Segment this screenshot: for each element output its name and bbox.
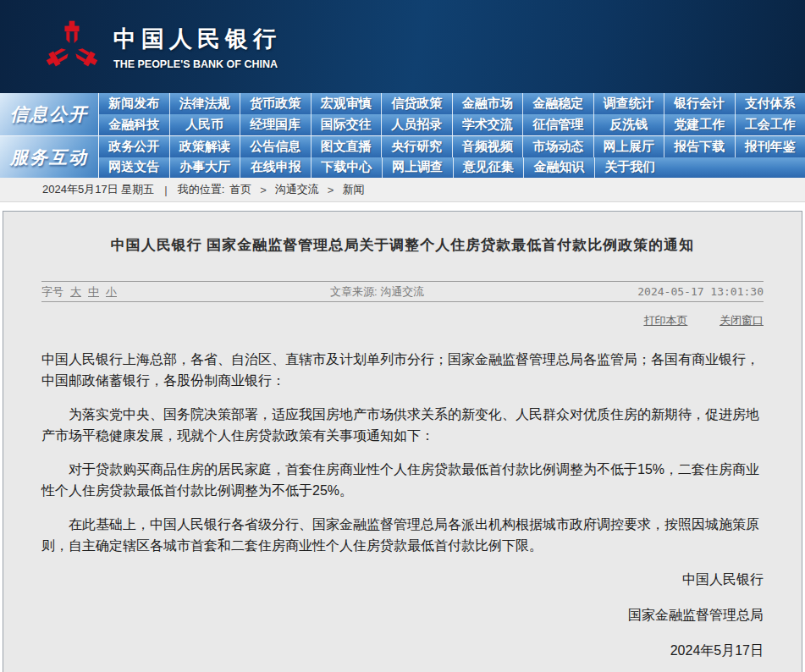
nav-item[interactable]: 支付体系 [735, 93, 805, 114]
nav-item[interactable]: 人民币 [169, 114, 240, 135]
nav-item[interactable]: 征信管理 [522, 114, 593, 135]
nav-item[interactable]: 办事大厅 [169, 157, 240, 179]
site-title: 中国人民银行 [113, 24, 281, 54]
breadcrumb: 2024年5月17日 星期五 | 我的位置: 首页 > 沟通交流 > 新闻 [0, 178, 805, 202]
page: 中国人民银行 THE PEOPLE'S BANK OF CHINA 信息公开 新… [0, 0, 805, 672]
nav-item[interactable]: 意见征集 [453, 157, 524, 179]
logo-text: 中国人民银行 THE PEOPLE'S BANK OF CHINA [113, 24, 281, 70]
close-window-button[interactable]: 关闭窗口 [720, 314, 764, 327]
nav-item[interactable]: 关于我们 [594, 157, 665, 179]
nav-item[interactable]: 金融知识 [523, 157, 594, 179]
nav-item[interactable]: 网上展厅 [593, 136, 664, 157]
nav-item[interactable]: 信贷政策 [381, 93, 452, 114]
nav-label-info-disclosure[interactable]: 信息公开 [0, 93, 99, 135]
site-subtitle: THE PEOPLE'S BANK OF CHINA [113, 58, 281, 70]
font-size-label: 字号 [41, 284, 63, 300]
nav-item[interactable]: 金融科技 [99, 114, 169, 135]
nav-item[interactable]: 金融市场 [452, 93, 523, 114]
nav-item[interactable]: 新闻发布 [99, 93, 169, 114]
nav-item[interactable]: 央行研究 [381, 136, 452, 157]
font-size-medium-button[interactable]: 中 [88, 284, 99, 300]
article-paragraph: 在此基础上，中国人民银行各省级分行、国家金融监督管理总局各派出机构根据城市政府调… [41, 514, 764, 556]
font-size-small-button[interactable]: 小 [106, 284, 117, 300]
nav-item[interactable]: 下载中心 [311, 157, 382, 179]
signature-line: 中国人民银行 [41, 569, 764, 590]
breadcrumb-item-communication[interactable]: 沟通交流 [275, 182, 319, 197]
nav-item[interactable]: 经理国库 [240, 114, 311, 135]
nav-row: 网送文告 办事大厅 在线申报 下载中心 网上调查 意见征集 金融知识 关于我们 [99, 157, 805, 179]
nav-item[interactable]: 市场动态 [522, 136, 593, 157]
source-label: 文章来源: [330, 285, 378, 298]
nav-item[interactable]: 网上调查 [382, 157, 453, 179]
breadcrumb-arrow: > [328, 184, 334, 196]
article-meta-bar: 字号 大 中 小 文章来源: 沟通交流 2024-05-17 13:01:30 [41, 281, 764, 302]
nav-item[interactable]: 图文直播 [311, 136, 382, 157]
nav-label-service-interaction[interactable]: 服务互动 [0, 136, 99, 178]
nav-item[interactable]: 宏观审慎 [311, 93, 382, 114]
nav-item[interactable]: 报告下载 [664, 136, 735, 157]
nav-row: 新闻发布 法律法规 货币政策 宏观审慎 信贷政策 金融市场 金融稳定 调查统计 … [99, 93, 805, 114]
article-source: 文章来源: 沟通交流 [117, 284, 637, 300]
site-header: 中国人民银行 THE PEOPLE'S BANK OF CHINA [0, 0, 805, 93]
nav-item[interactable]: 音频视频 [452, 136, 523, 157]
article-paragraph: 为落实党中央、国务院决策部署，适应我国房地产市场供求关系的新变化、人民群众对优质… [41, 404, 764, 446]
nav-item[interactable]: 国际交往 [311, 114, 382, 135]
signature-line: 国家金融监督管理总局 [41, 604, 764, 625]
article-box: 中国人民银行 国家金融监督管理总局关于调整个人住房贷款最低首付款比例政策的通知 … [3, 211, 802, 672]
breadcrumb-location-prefix: 我的位置: [178, 182, 225, 197]
font-size-controls: 字号 大 中 小 [41, 284, 117, 300]
breadcrumb-item-home[interactable]: 首页 [229, 182, 251, 197]
nav-item[interactable]: 工会工作 [735, 114, 805, 135]
article-actions: 打印本页 关闭窗口 [41, 313, 764, 328]
nav-item[interactable]: 金融稳定 [522, 93, 593, 114]
signature-line: 2024年5月17日 [41, 640, 764, 661]
nav-menu: 新闻发布 法律法规 货币政策 宏观审慎 信贷政策 金融市场 金融稳定 调查统计 … [99, 93, 805, 135]
nav-section-info-disclosure: 信息公开 新闻发布 法律法规 货币政策 宏观审慎 信贷政策 金融市场 金融稳定 … [0, 93, 805, 135]
page-title: 中国人民银行 国家金融监督管理总局关于调整个人住房贷款最低首付款比例政策的通知 [41, 237, 764, 254]
article-body: 中国人民银行上海总部，各省、自治区、直辖市及计划单列市分行；国家金融监督管理总局… [41, 349, 764, 556]
breadcrumb-item-news[interactable]: 新闻 [342, 182, 364, 197]
nav-item[interactable]: 在线申报 [240, 157, 311, 179]
nav-item[interactable]: 报刊年鉴 [735, 136, 805, 157]
nav-item[interactable]: 银行会计 [664, 93, 735, 114]
breadcrumb-arrow: > [260, 184, 267, 196]
print-page-button[interactable]: 打印本页 [643, 314, 687, 327]
nav-item[interactable]: 党建工作 [664, 114, 735, 135]
breadcrumb-divider: | [164, 184, 167, 196]
pboc-logo[interactable]: 中国人民银行 THE PEOPLE'S BANK OF CHINA [44, 17, 281, 76]
breadcrumb-date: 2024年5月17日 星期五 [42, 182, 154, 197]
article-paragraph: 对于贷款购买商品住房的居民家庭，首套住房商业性个人住房贷款最低首付款比例调整为不… [41, 459, 764, 501]
nav-item[interactable]: 人员招录 [381, 114, 452, 135]
nav-item[interactable]: 学术交流 [452, 114, 523, 135]
nav-menu: 政务公开 政策解读 公告信息 图文直播 央行研究 音频视频 市场动态 网上展厅 … [99, 136, 805, 178]
pboc-emblem-icon [44, 17, 100, 76]
nav-item[interactable]: 政务公开 [99, 136, 169, 157]
nav-item[interactable]: 公告信息 [240, 136, 311, 157]
article-signatures: 中国人民银行 国家金融监督管理总局 2024年5月17日 [41, 569, 764, 661]
nav-item[interactable]: 货币政策 [240, 93, 311, 114]
article-paragraph: 中国人民银行上海总部，各省、自治区、直辖市及计划单列市分行；国家金融监督管理总局… [41, 349, 764, 391]
nav-row: 金融科技 人民币 经理国库 国际交往 人员招录 学术交流 征信管理 反洗钱 党建… [99, 114, 805, 135]
nav-item[interactable]: 网送文告 [99, 157, 169, 179]
nav-row: 政务公开 政策解读 公告信息 图文直播 央行研究 音频视频 市场动态 网上展厅 … [99, 136, 805, 157]
source-value: 沟通交流 [380, 285, 424, 298]
font-size-large-button[interactable]: 大 [70, 284, 81, 300]
nav-item[interactable]: 反洗钱 [593, 114, 664, 135]
nav-item[interactable]: 调查统计 [593, 93, 664, 114]
nav-section-service-interaction: 服务互动 政务公开 政策解读 公告信息 图文直播 央行研究 音频视频 市场动态 … [0, 135, 805, 178]
article-datetime: 2024-05-17 13:01:30 [637, 285, 764, 298]
nav-item[interactable]: 法律法规 [169, 93, 240, 114]
nav-item[interactable]: 政策解读 [169, 136, 240, 157]
nav-cell-empty [665, 157, 736, 179]
nav-cell-empty [735, 157, 805, 179]
